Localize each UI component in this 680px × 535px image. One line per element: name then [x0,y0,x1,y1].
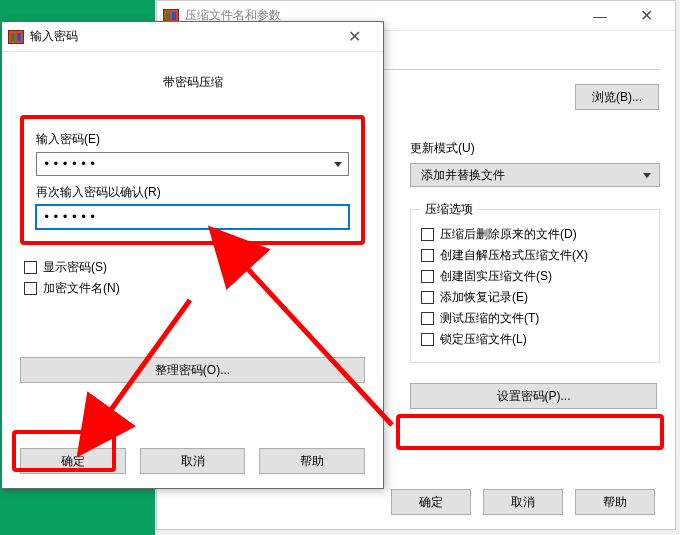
set-password-button[interactable]: 设置密码(P)... [410,383,657,409]
password-heading: 带密码压缩 [20,74,365,91]
compress-options-group: 压缩选项 压缩后删除原来的文件(D) 创建自解压格式压缩文件(X) 创建固实压缩… [410,209,660,363]
opt-delete-after[interactable]: 压缩后删除原来的文件(D) [421,226,649,243]
front-title: 输入密码 [30,28,78,45]
chevron-down-icon [643,173,651,178]
checkbox-icon [24,261,37,274]
checkbox-icon [421,228,434,241]
opt-sfx[interactable]: 创建自解压格式压缩文件(X) [421,247,649,264]
checkbox-icon [421,291,434,304]
opt-recovery[interactable]: 添加恢复记录(E) [421,289,649,306]
compress-options-legend: 压缩选项 [421,201,477,218]
close-button[interactable]: ✕ [623,1,669,31]
opt-solid[interactable]: 创建固实压缩文件(S) [421,268,649,285]
update-mode-value: 添加并替换文件 [421,167,505,184]
front-bottom-buttons: 确定 取消 帮助 [20,448,365,474]
checkbox-icon [24,282,37,295]
opt-test[interactable]: 测试压缩的文件(T) [421,310,649,327]
front-close-button[interactable]: ✕ [331,22,377,52]
encrypt-filenames-checkbox[interactable]: 加密文件名(N) [24,280,365,297]
back-bottom-buttons: 确定 取消 帮助 [391,489,655,515]
password-fields-group: 输入密码(E) •••••• 再次输入密码以确认(R) •••••• [20,115,365,245]
back-ok-button[interactable]: 确定 [391,489,471,515]
show-password-checkbox[interactable]: 显示密码(S) [24,259,365,276]
back-help-button[interactable]: 帮助 [575,489,655,515]
back-cancel-button[interactable]: 取消 [483,489,563,515]
password-confirm-label: 再次输入密码以确认(R) [36,184,349,201]
checkbox-icon [421,333,434,346]
front-titlebar[interactable]: 输入密码 ✕ [2,22,383,52]
chevron-down-icon [334,162,342,167]
browse-button[interactable]: 浏览(B)... [575,84,659,110]
password-confirm-input[interactable]: •••••• [36,205,349,229]
update-mode-select[interactable]: 添加并替换文件 [410,163,660,187]
front-cancel-button[interactable]: 取消 [140,448,246,474]
winrar-icon [8,30,24,44]
password-input[interactable]: •••••• [36,152,349,176]
checkbox-icon [421,312,434,325]
password-dialog: 输入密码 ✕ 带密码压缩 输入密码(E) •••••• 再次输入密码以确认(R)… [1,21,384,489]
minimize-button[interactable]: — [577,1,623,31]
checkbox-icon [421,249,434,262]
organize-passwords-button[interactable]: 整理密码(O)... [20,357,365,383]
front-ok-button[interactable]: 确定 [20,448,126,474]
update-mode-label: 更新模式(U) [410,140,660,157]
password-value: •••••• [43,157,98,171]
password-label: 输入密码(E) [36,131,349,148]
checkbox-icon [421,270,434,283]
password-confirm-value: •••••• [43,210,98,224]
opt-lock[interactable]: 锁定压缩文件(L) [421,331,649,348]
front-help-button[interactable]: 帮助 [259,448,365,474]
